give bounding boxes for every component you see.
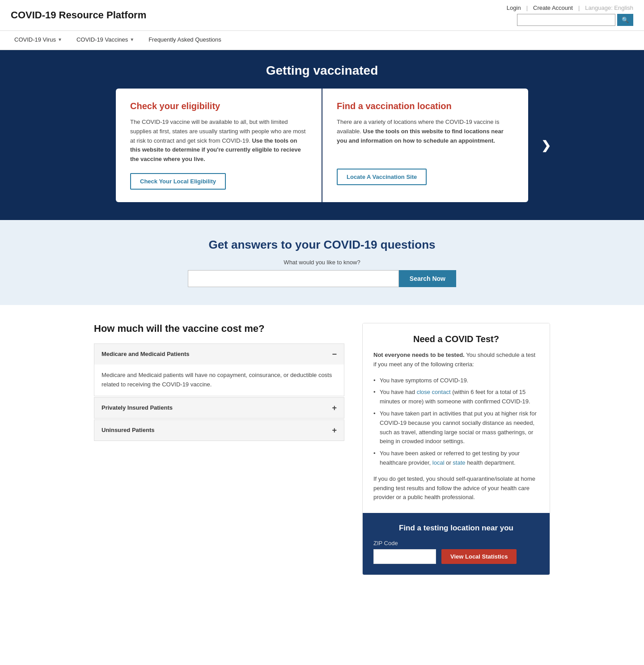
eligibility-card-text: The COVID-19 vaccine will be available t… — [130, 118, 307, 164]
accordion-header-medicare[interactable]: Medicare and Medicaid Patients − — [94, 344, 344, 364]
language-selector[interactable]: Language: English — [585, 4, 633, 11]
accordion-item-medicare: Medicare and Medicaid Patients − Medicar… — [94, 343, 344, 396]
site-title: COVID-19 Resource Platform — [11, 9, 146, 21]
accordion-item-uninsured: Uninsured Patients + — [94, 419, 344, 441]
accordion-label-private: Privately Insured Patients — [102, 404, 173, 411]
find-testing-location: Find a testing location near you ZIP Cod… — [363, 513, 550, 575]
vaccine-cost-title: How much will the vaccine cost me? — [94, 323, 344, 335]
covid-test-note: If you do get tested, you should self-qu… — [373, 474, 539, 502]
accordion-label-medicare: Medicare and Medicaid Patients — [102, 351, 190, 357]
check-eligibility-button[interactable]: Check Your Local Eligibility — [130, 173, 226, 190]
list-item: You have taken part in activities that p… — [373, 408, 539, 448]
hero-title: Getting vaccinated — [18, 64, 626, 78]
vaccination-location-card: Find a vaccination location There are a … — [322, 89, 528, 202]
view-local-statistics-button[interactable]: View Local Statistics — [441, 549, 517, 564]
covid-test-card-body: Need a COVID Test? Not everyone needs to… — [363, 323, 550, 513]
accordion-body-medicare: Medicare and Medicaid patients will have… — [94, 364, 344, 396]
find-location-title: Find a testing location near you — [373, 524, 539, 533]
divider2: | — [578, 4, 580, 11]
accordion-body-text-medicare: Medicare and Medicaid patients will have… — [102, 372, 332, 388]
qa-search-button[interactable]: Search Now — [399, 270, 456, 287]
nav-label-faq: Frequently Asked Questions — [148, 36, 221, 43]
qa-title: Get answers to your COVID-19 questions — [11, 238, 633, 252]
nav-label-vaccines: COVID-19 Vaccines — [76, 36, 128, 43]
chevron-down-icon: ▼ — [58, 37, 62, 42]
next-chevron-icon[interactable]: ❯ — [541, 138, 551, 152]
hero-cards-row: Check your eligibility The COVID-19 vacc… — [103, 89, 541, 202]
eligibility-card-title: Check your eligibility — [130, 101, 307, 111]
header-top: COVID-19 Resource Platform Login | Creat… — [0, 0, 644, 31]
accordion-icon-medicare: − — [332, 350, 337, 358]
main-content: How much will the vaccine cost me? Medic… — [76, 305, 568, 593]
vaccination-location-title: Find a vaccination location — [337, 101, 514, 111]
qa-search-input[interactable] — [188, 270, 399, 287]
login-link[interactable]: Login — [507, 4, 521, 11]
covid-test-intro-bold: Not everyone needs to be tested. — [373, 352, 465, 358]
hero-banner-content: Getting vaccinated Check your eligibilit… — [18, 64, 626, 202]
nav-item-faq[interactable]: Frequently Asked Questions — [141, 31, 229, 50]
list-item: You have symptoms of COVID-19. — [373, 375, 539, 387]
nav-item-vaccines[interactable]: COVID-19 Vaccines ▼ — [69, 31, 141, 50]
locate-vaccination-site-button[interactable]: Locate A Vaccination Site — [337, 169, 427, 185]
header-search-input[interactable] — [517, 14, 615, 26]
list-item: You have been asked or referred to get t… — [373, 448, 539, 469]
nav-bar: COVID-19 Virus ▼ COVID-19 Vaccines ▼ Fre… — [0, 31, 644, 50]
header-links: Login | Create Account | Language: Engli… — [507, 4, 633, 11]
accordion-icon-private: + — [332, 404, 337, 412]
covid-test-criteria-list: You have symptoms of COVID-19. You have … — [373, 375, 539, 469]
close-contact-link[interactable]: close contact — [417, 389, 451, 395]
left-column: How much will the vaccine cost me? Medic… — [94, 323, 344, 575]
eligibility-card: Check your eligibility The COVID-19 vacc… — [116, 89, 322, 202]
qa-label: What would you like to know? — [11, 259, 633, 266]
zip-code-label: ZIP Code — [373, 540, 539, 546]
nav-label-virus: COVID-19 Virus — [14, 36, 56, 43]
local-link[interactable]: local — [432, 459, 445, 466]
create-account-link[interactable]: Create Account — [533, 4, 573, 11]
covid-test-title: Need a COVID Test? — [373, 334, 539, 344]
nav-item-virus[interactable]: COVID-19 Virus ▼ — [7, 31, 69, 50]
accordion-icon-uninsured: + — [332, 426, 337, 434]
header-search: 🔍 — [517, 14, 633, 26]
header-right: Login | Create Account | Language: Engli… — [507, 4, 633, 26]
qa-section: Get answers to your COVID-19 questions W… — [0, 220, 644, 305]
covid-test-intro: Not everyone needs to be tested. You sho… — [373, 351, 539, 369]
right-column: Need a COVID Test? Not everyone needs to… — [362, 323, 550, 575]
accordion-label-uninsured: Uninsured Patients — [102, 427, 154, 433]
site-header: COVID-19 Resource Platform Login | Creat… — [0, 0, 644, 50]
qa-search-bar: Search Now — [188, 270, 456, 287]
zip-code-input[interactable] — [373, 549, 436, 564]
accordion-item-private: Privately Insured Patients + — [94, 397, 344, 419]
divider: | — [526, 4, 528, 11]
covid-test-card: Need a COVID Test? Not everyone needs to… — [362, 323, 550, 575]
list-item: You have had close contact (within 6 fee… — [373, 386, 539, 408]
chevron-down-icon2: ▼ — [130, 37, 134, 42]
header-search-button[interactable]: 🔍 — [617, 14, 633, 26]
accordion-header-private[interactable]: Privately Insured Patients + — [94, 398, 344, 418]
hero-banner: Getting vaccinated Check your eligibilit… — [0, 50, 644, 220]
find-location-row: View Local Statistics — [373, 549, 539, 564]
vaccination-location-text: There are a variety of locations where t… — [337, 118, 514, 145]
state-link[interactable]: state — [453, 459, 465, 466]
accordion-header-uninsured[interactable]: Uninsured Patients + — [94, 420, 344, 441]
